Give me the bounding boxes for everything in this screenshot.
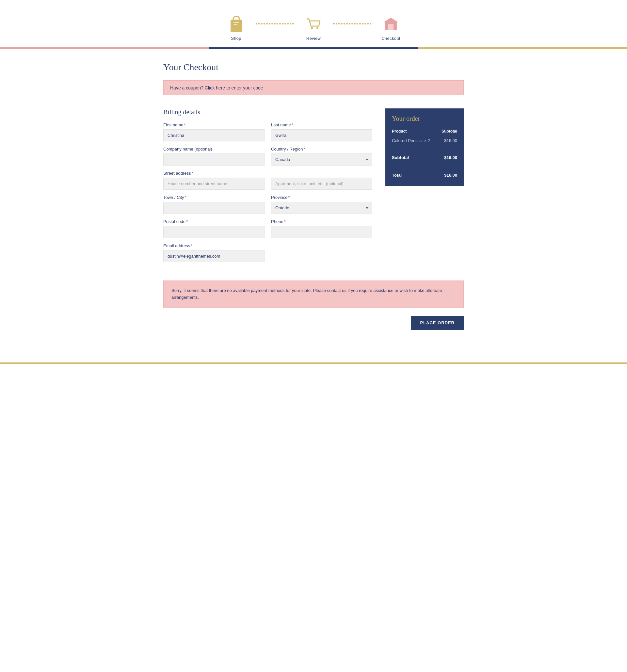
last-name-input[interactable] [271,129,372,141]
order-summary: Your order Product Subtotal Colored Penc… [385,109,464,186]
billing-title: Billing details [163,109,372,116]
shop-icon [226,13,246,33]
email-label: Email address* [163,243,372,248]
order-item-row: Colored Pencils × 2 $16.00 [392,136,457,145]
country-group: Country / Region* Canada United States [271,147,372,166]
payment-notice-text: Sorry, it seems that there are no availa… [171,288,442,300]
total-label: Total [392,170,438,179]
apt-group [271,171,372,190]
billing-section: Billing details First name* Last name* [163,109,372,267]
step-review[interactable]: Review [294,13,333,41]
subtotal-label: Subtotal [392,153,438,162]
province-group: Province* Ontario Quebec British Columbi… [271,195,372,214]
company-country-row: Company name (optional) Country / Region… [163,147,372,166]
progress-section: Shop Review [0,0,627,49]
place-order-button[interactable]: PLACE ORDER [411,316,464,330]
company-input[interactable] [163,153,265,166]
email-row: Email address* [163,243,372,262]
phone-label: Phone* [271,219,372,224]
svg-rect-7 [388,24,393,30]
postal-input[interactable] [163,226,265,238]
col-subtotal: Subtotal [438,128,457,136]
coupon-text: Have a coupon? Click here to enter your … [170,85,263,91]
main-content: Your Checkout Have a coupon? Click here … [157,49,470,350]
street-row: Street address* [163,171,372,190]
country-select[interactable]: Canada United States [271,153,372,166]
total-row: Total $16.00 [392,170,457,179]
progress-segment-checkout [418,47,627,49]
required-star-8: * [284,219,286,224]
apt-input[interactable] [271,177,372,190]
required-star-7: * [186,219,188,224]
place-order-row: PLACE ORDER [163,316,464,330]
svg-rect-0 [231,20,242,32]
dots-1 [256,23,294,31]
order-table: Product Subtotal Colored Pencils × 2 $16… [392,128,457,179]
cart-icon [304,13,323,33]
bottom-gold-line [0,362,627,364]
first-name-label: First name* [163,122,265,127]
phone-input[interactable] [271,226,372,238]
order-item-name: Colored Pencils × 2 [392,136,438,145]
last-name-label: Last name* [271,122,372,127]
svg-rect-2 [234,24,237,25]
order-item-price: $16.00 [438,136,457,145]
total-value: $16.00 [438,170,457,179]
progress-segment-shop [0,47,209,49]
province-label: Province* [271,195,372,200]
first-name-group: First name* [163,122,265,141]
postal-group: Postal code* [163,219,265,238]
steps-row: Shop Review [199,13,428,41]
street-input[interactable] [163,177,265,190]
country-label: Country / Region* [271,147,372,151]
street-label: Street address* [163,171,265,176]
required-star-3: * [304,147,305,151]
col-product: Product [392,128,438,136]
progress-line [0,47,627,49]
postal-phone-row: Postal code* Phone* [163,219,372,238]
checkout-layout: Billing details First name* Last name* [163,109,464,267]
city-province-row: Town / City* Province* Ontario Quebec Br… [163,195,372,214]
store-icon [381,13,401,33]
subtotal-value: $16.00 [438,153,457,162]
coupon-banner[interactable]: Have a coupon? Click here to enter your … [163,80,464,95]
email-group: Email address* [163,243,372,262]
svg-point-4 [316,27,318,29]
dots-2 [333,23,371,31]
city-label: Town / City* [163,195,265,200]
apt-label [271,171,372,176]
page-title: Your Checkout [163,62,464,72]
required-star-2: * [292,122,293,127]
company-label: Company name (optional) [163,147,265,151]
first-name-input[interactable] [163,129,265,141]
progress-segment-review [209,47,418,49]
svg-point-3 [311,27,313,29]
required-star-6: * [288,195,290,200]
svg-rect-1 [234,22,239,23]
step-shop[interactable]: Shop [217,13,256,41]
phone-group: Phone* [271,219,372,238]
company-group: Company name (optional) [163,147,265,166]
payment-notice: Sorry, it seems that there are no availa… [163,281,464,308]
order-title: Your order [392,115,457,122]
required-star-5: * [185,195,187,200]
step-checkout[interactable]: Checkout [371,13,410,41]
name-row: First name* Last name* [163,122,372,141]
last-name-group: Last name* [271,122,372,141]
step-checkout-label: Checkout [381,36,400,41]
required-star-9: * [191,243,192,248]
email-input[interactable] [163,250,265,262]
province-select[interactable]: Ontario Quebec British Columbia [271,202,372,214]
street-group: Street address* [163,171,265,190]
city-input[interactable] [163,202,265,214]
step-shop-label: Shop [231,36,241,41]
required-star: * [184,122,186,127]
city-group: Town / City* [163,195,265,214]
subtotal-row: Subtotal $16.00 [392,153,457,162]
required-star-4: * [192,171,193,176]
postal-label: Postal code* [163,219,265,224]
step-review-label: Review [306,36,321,41]
